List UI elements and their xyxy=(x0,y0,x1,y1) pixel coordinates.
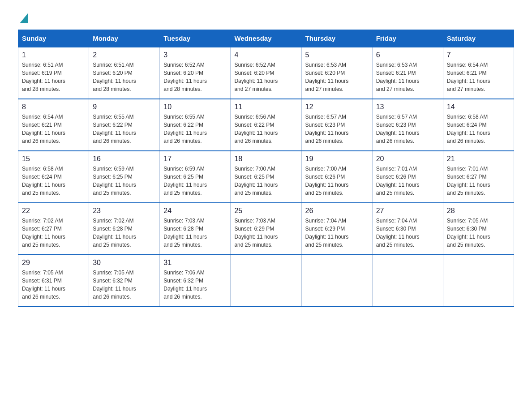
calendar-cell: 29 Sunrise: 7:05 AM Sunset: 6:31 PM Dayl… xyxy=(18,255,89,307)
day-info: Sunrise: 6:54 AM Sunset: 6:21 PM Dayligh… xyxy=(22,113,85,145)
day-info: Sunrise: 7:03 AM Sunset: 6:29 PM Dayligh… xyxy=(234,217,297,249)
page-header xyxy=(18,13,514,21)
day-info: Sunrise: 7:01 AM Sunset: 6:26 PM Dayligh… xyxy=(376,165,439,197)
calendar-week-2: 8 Sunrise: 6:54 AM Sunset: 6:21 PM Dayli… xyxy=(18,99,514,151)
calendar-cell: 28 Sunrise: 7:05 AM Sunset: 6:30 PM Dayl… xyxy=(443,203,514,255)
day-number: 14 xyxy=(447,103,510,111)
calendar-cell xyxy=(301,255,372,307)
day-number: 9 xyxy=(93,103,156,111)
day-number: 7 xyxy=(447,51,510,59)
day-info: Sunrise: 6:55 AM Sunset: 6:22 PM Dayligh… xyxy=(93,113,156,145)
day-info: Sunrise: 6:54 AM Sunset: 6:21 PM Dayligh… xyxy=(447,61,510,93)
day-info: Sunrise: 7:05 AM Sunset: 6:31 PM Dayligh… xyxy=(22,269,85,301)
calendar-week-5: 29 Sunrise: 7:05 AM Sunset: 6:31 PM Dayl… xyxy=(18,255,514,307)
day-info: Sunrise: 6:59 AM Sunset: 6:25 PM Dayligh… xyxy=(93,165,156,197)
day-number: 25 xyxy=(234,207,297,215)
calendar-cell: 9 Sunrise: 6:55 AM Sunset: 6:22 PM Dayli… xyxy=(89,99,160,151)
day-number: 6 xyxy=(376,51,439,59)
day-number: 3 xyxy=(163,51,227,59)
header-day-saturday: Saturday xyxy=(443,30,514,47)
calendar-cell: 20 Sunrise: 7:01 AM Sunset: 6:26 PM Dayl… xyxy=(372,151,443,203)
header-day-thursday: Thursday xyxy=(301,30,372,47)
calendar-table: SundayMondayTuesdayWednesdayThursdayFrid… xyxy=(18,30,514,307)
header-day-wednesday: Wednesday xyxy=(231,30,301,47)
day-info: Sunrise: 6:55 AM Sunset: 6:22 PM Dayligh… xyxy=(163,113,227,145)
day-info: Sunrise: 7:03 AM Sunset: 6:28 PM Dayligh… xyxy=(163,217,227,249)
calendar-cell: 31 Sunrise: 7:06 AM Sunset: 6:32 PM Dayl… xyxy=(160,255,231,307)
calendar-cell: 17 Sunrise: 6:59 AM Sunset: 6:25 PM Dayl… xyxy=(160,151,231,203)
day-number: 1 xyxy=(22,51,85,59)
day-info: Sunrise: 7:05 AM Sunset: 6:32 PM Dayligh… xyxy=(93,269,156,301)
header-row: SundayMondayTuesdayWednesdayThursdayFrid… xyxy=(18,30,514,47)
calendar-cell: 18 Sunrise: 7:00 AM Sunset: 6:25 PM Dayl… xyxy=(231,151,301,203)
day-info: Sunrise: 7:00 AM Sunset: 6:26 PM Dayligh… xyxy=(305,165,369,197)
day-info: Sunrise: 7:06 AM Sunset: 6:32 PM Dayligh… xyxy=(163,269,227,301)
header-day-tuesday: Tuesday xyxy=(160,30,231,47)
calendar-cell: 24 Sunrise: 7:03 AM Sunset: 6:28 PM Dayl… xyxy=(160,203,231,255)
day-number: 11 xyxy=(234,103,297,111)
day-info: Sunrise: 7:01 AM Sunset: 6:27 PM Dayligh… xyxy=(447,165,510,197)
calendar-cell xyxy=(443,255,514,307)
day-number: 30 xyxy=(93,259,156,267)
day-number: 17 xyxy=(163,155,227,163)
calendar-cell: 8 Sunrise: 6:54 AM Sunset: 6:21 PM Dayli… xyxy=(18,99,89,151)
header-day-monday: Monday xyxy=(89,30,160,47)
day-info: Sunrise: 6:53 AM Sunset: 6:21 PM Dayligh… xyxy=(376,61,439,93)
day-number: 26 xyxy=(305,207,369,215)
calendar-cell: 4 Sunrise: 6:52 AM Sunset: 6:20 PM Dayli… xyxy=(231,47,301,99)
calendar-cell: 13 Sunrise: 6:57 AM Sunset: 6:23 PM Dayl… xyxy=(372,99,443,151)
day-number: 31 xyxy=(163,259,227,267)
day-info: Sunrise: 7:02 AM Sunset: 6:28 PM Dayligh… xyxy=(93,217,156,249)
calendar-cell: 21 Sunrise: 7:01 AM Sunset: 6:27 PM Dayl… xyxy=(443,151,514,203)
logo xyxy=(18,13,28,21)
calendar-cell: 7 Sunrise: 6:54 AM Sunset: 6:21 PM Dayli… xyxy=(443,47,514,99)
day-number: 23 xyxy=(93,207,156,215)
day-number: 24 xyxy=(163,207,227,215)
calendar-cell: 14 Sunrise: 6:58 AM Sunset: 6:24 PM Dayl… xyxy=(443,99,514,151)
calendar-cell: 2 Sunrise: 6:51 AM Sunset: 6:20 PM Dayli… xyxy=(89,47,160,99)
logo-top xyxy=(18,13,28,24)
header-day-friday: Friday xyxy=(372,30,443,47)
calendar-week-3: 15 Sunrise: 6:58 AM Sunset: 6:24 PM Dayl… xyxy=(18,151,514,203)
day-info: Sunrise: 6:53 AM Sunset: 6:20 PM Dayligh… xyxy=(305,61,369,93)
day-info: Sunrise: 7:02 AM Sunset: 6:27 PM Dayligh… xyxy=(22,217,85,249)
calendar-cell: 15 Sunrise: 6:58 AM Sunset: 6:24 PM Dayl… xyxy=(18,151,89,203)
calendar-cell xyxy=(372,255,443,307)
day-number: 12 xyxy=(305,103,369,111)
day-info: Sunrise: 6:59 AM Sunset: 6:25 PM Dayligh… xyxy=(163,165,227,197)
calendar-cell: 10 Sunrise: 6:55 AM Sunset: 6:22 PM Dayl… xyxy=(160,99,231,151)
calendar-week-1: 1 Sunrise: 6:51 AM Sunset: 6:19 PM Dayli… xyxy=(18,47,514,99)
calendar-cell: 1 Sunrise: 6:51 AM Sunset: 6:19 PM Dayli… xyxy=(18,47,89,99)
day-number: 8 xyxy=(22,103,85,111)
day-number: 29 xyxy=(22,259,85,267)
day-info: Sunrise: 6:58 AM Sunset: 6:24 PM Dayligh… xyxy=(447,113,510,145)
day-info: Sunrise: 6:51 AM Sunset: 6:20 PM Dayligh… xyxy=(93,61,156,93)
calendar-cell: 11 Sunrise: 6:56 AM Sunset: 6:22 PM Dayl… xyxy=(231,99,301,151)
calendar-header: SundayMondayTuesdayWednesdayThursdayFrid… xyxy=(18,30,514,47)
day-info: Sunrise: 6:56 AM Sunset: 6:22 PM Dayligh… xyxy=(234,113,297,145)
day-info: Sunrise: 6:57 AM Sunset: 6:23 PM Dayligh… xyxy=(376,113,439,145)
calendar-cell: 22 Sunrise: 7:02 AM Sunset: 6:27 PM Dayl… xyxy=(18,203,89,255)
calendar-cell xyxy=(231,255,301,307)
day-info: Sunrise: 6:57 AM Sunset: 6:23 PM Dayligh… xyxy=(305,113,369,145)
calendar-body: 1 Sunrise: 6:51 AM Sunset: 6:19 PM Dayli… xyxy=(18,47,514,307)
calendar-cell: 6 Sunrise: 6:53 AM Sunset: 6:21 PM Dayli… xyxy=(372,47,443,99)
day-info: Sunrise: 7:05 AM Sunset: 6:30 PM Dayligh… xyxy=(447,217,510,249)
calendar-cell: 26 Sunrise: 7:04 AM Sunset: 6:29 PM Dayl… xyxy=(301,203,372,255)
calendar-cell: 16 Sunrise: 6:59 AM Sunset: 6:25 PM Dayl… xyxy=(89,151,160,203)
day-info: Sunrise: 7:04 AM Sunset: 6:30 PM Dayligh… xyxy=(376,217,439,249)
calendar-cell: 30 Sunrise: 7:05 AM Sunset: 6:32 PM Dayl… xyxy=(89,255,160,307)
day-number: 28 xyxy=(447,207,510,215)
day-number: 19 xyxy=(305,155,369,163)
day-number: 10 xyxy=(163,103,227,111)
logo-triangle-icon xyxy=(20,13,28,23)
calendar-cell: 12 Sunrise: 6:57 AM Sunset: 6:23 PM Dayl… xyxy=(301,99,372,151)
day-number: 21 xyxy=(447,155,510,163)
day-info: Sunrise: 7:04 AM Sunset: 6:29 PM Dayligh… xyxy=(305,217,369,249)
day-number: 27 xyxy=(376,207,439,215)
calendar-cell: 25 Sunrise: 7:03 AM Sunset: 6:29 PM Dayl… xyxy=(231,203,301,255)
day-info: Sunrise: 6:51 AM Sunset: 6:19 PM Dayligh… xyxy=(22,61,85,93)
day-number: 20 xyxy=(376,155,439,163)
day-number: 5 xyxy=(305,51,369,59)
calendar-cell: 3 Sunrise: 6:52 AM Sunset: 6:20 PM Dayli… xyxy=(160,47,231,99)
